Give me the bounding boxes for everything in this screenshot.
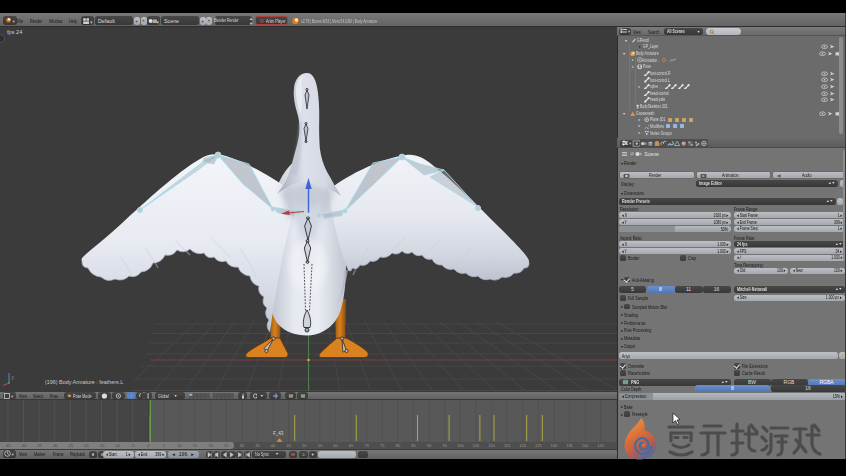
svg-text:5: 5 [163, 443, 166, 448]
svg-text:-30: -30 [52, 443, 59, 448]
svg-text:90: 90 [427, 443, 432, 448]
svg-text:-45: -45 [5, 443, 12, 448]
svg-text:-35: -35 [36, 443, 43, 448]
svg-text:-5: -5 [131, 443, 135, 448]
svg-text:30: 30 [240, 443, 245, 448]
svg-text:80: 80 [396, 443, 401, 448]
svg-text:115: 115 [504, 443, 511, 448]
svg-text:120: 120 [519, 443, 526, 448]
svg-text:-15: -15 [99, 443, 106, 448]
svg-text:130: 130 [551, 443, 558, 448]
svg-text:20: 20 [208, 443, 213, 448]
svg-text:100: 100 [457, 443, 464, 448]
svg-text:15: 15 [193, 443, 198, 448]
svg-text:▾: ▾ [13, 19, 16, 24]
svg-text:▾: ▾ [11, 394, 14, 399]
svg-text:125: 125 [535, 443, 542, 448]
svg-text:45: 45 [286, 443, 291, 448]
svg-text:-20: -20 [83, 443, 90, 448]
svg-text:▾: ▾ [628, 29, 630, 34]
svg-text:105: 105 [473, 443, 480, 448]
svg-text:70: 70 [364, 443, 369, 448]
svg-text:95: 95 [442, 443, 447, 448]
svg-text:y: y [12, 375, 15, 380]
svg-text:40: 40 [271, 443, 276, 448]
svg-text:▾: ▾ [156, 18, 159, 24]
svg-text:55: 55 [318, 443, 323, 448]
svg-text:-10: -10 [114, 443, 121, 448]
svg-text:145: 145 [597, 443, 604, 448]
svg-text:50: 50 [302, 443, 307, 448]
svg-text:60: 60 [333, 443, 338, 448]
svg-text:-25: -25 [67, 443, 74, 448]
svg-text:▾: ▾ [90, 18, 93, 24]
svg-text:▾: ▾ [12, 452, 15, 457]
svg-text:-40: -40 [21, 443, 28, 448]
svg-text:25: 25 [224, 443, 229, 448]
svg-text:35: 35 [255, 443, 260, 448]
svg-text:75: 75 [380, 443, 385, 448]
svg-text:10: 10 [177, 443, 182, 448]
svg-text:140: 140 [582, 443, 589, 448]
svg-text:110: 110 [488, 443, 495, 448]
svg-text:65: 65 [349, 443, 354, 448]
svg-text:0: 0 [147, 443, 150, 448]
svg-text:85: 85 [411, 443, 416, 448]
svg-text:135: 135 [566, 443, 573, 448]
